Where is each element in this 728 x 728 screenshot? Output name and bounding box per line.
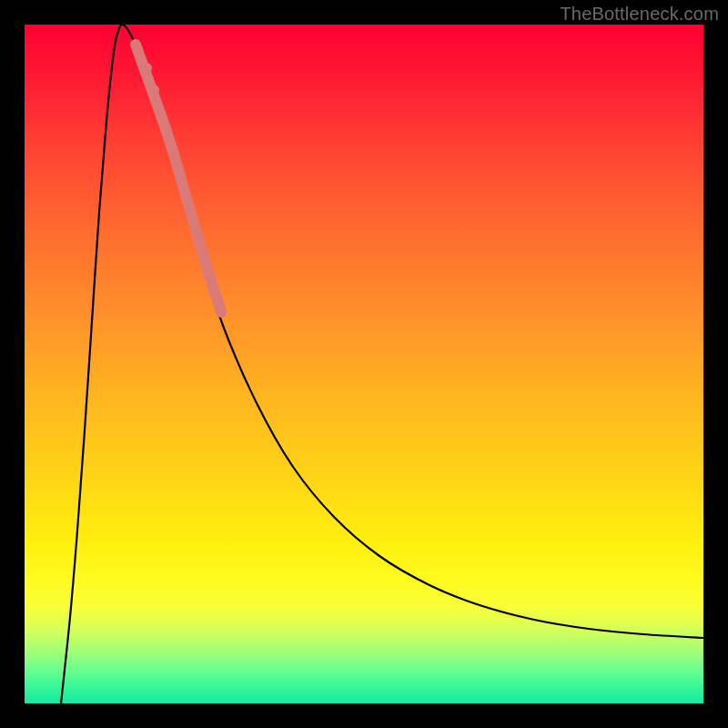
curve-svg <box>25 25 703 703</box>
highlight-dot <box>148 85 159 96</box>
highlight-segment-path <box>136 45 221 312</box>
plot-area <box>25 25 703 703</box>
main-curve-path <box>61 25 703 703</box>
highlight-dot <box>141 63 152 74</box>
watermark-text: TheBottleneck.com <box>560 4 719 25</box>
chart-frame: TheBottleneck.com <box>0 0 728 728</box>
